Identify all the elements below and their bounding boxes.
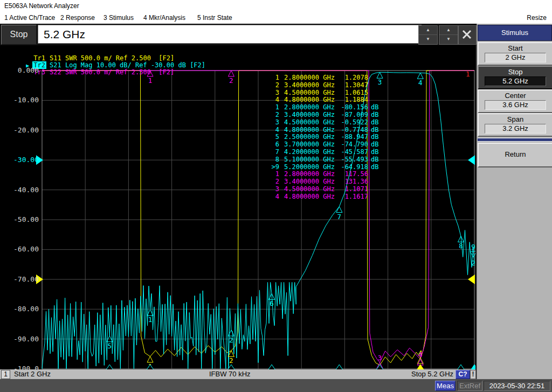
softkey-span-label: Span <box>479 115 552 123</box>
window-titlebar: E5063A Network Analyzer <box>0 0 552 12</box>
svg-text:2: 2 <box>471 259 475 267</box>
marker-unit: dB <box>371 118 382 126</box>
entry-value-input[interactable] <box>38 25 422 44</box>
spinner-down-icon[interactable]: ▼ <box>439 35 458 44</box>
marker-value: 1.1071 <box>338 185 368 193</box>
entry-stop-button[interactable]: Stop <box>1 25 37 45</box>
marker-unit <box>371 193 382 200</box>
svg-text:1: 1 <box>148 76 153 85</box>
svg-text:2: 2 <box>229 336 233 344</box>
marker-number: 7 <box>267 148 279 156</box>
softkey-span[interactable]: Span 3.2 GHz <box>478 113 552 137</box>
marker-unit: dB <box>371 126 382 134</box>
marker-value: -88.947 <box>338 133 368 141</box>
spinner-fine[interactable]: ▲ ▼ <box>418 25 438 45</box>
legend-tr1[interactable]: Tr1S11 SWR 500.0 m/ Ref 2.500 [F2] <box>3 47 174 54</box>
marker-table-row: 23.4000000 GHz1.3047 <box>267 81 382 89</box>
marker-number: 6 <box>267 141 279 148</box>
marker-table-row: 44.8000000 GHz1.1617 <box>267 193 382 200</box>
svg-text:8: 8 <box>459 242 463 250</box>
softkey-stop[interactable]: Stop 5.2 GHz <box>478 66 552 89</box>
menu-item-stimulus[interactable]: 3 Stimulus <box>101 13 136 23</box>
marker-value: -0.5922 <box>338 118 368 126</box>
softkey-start[interactable]: Start 2 GHz <box>478 42 552 66</box>
marker-unit: dB <box>371 103 382 111</box>
marker-freq: 2.8000000 GHz <box>284 74 338 81</box>
marker-value: 1.1617 <box>338 193 368 200</box>
menu-item-mkr-analysis[interactable]: 4 Mkr/Analysis <box>141 13 188 23</box>
marker-table-row: 12.8000000 GHz1.2078 <box>267 74 382 81</box>
trace-chart: 124125673489212341 <box>0 45 475 369</box>
marker-freq: 2.5000000 GHz <box>284 133 338 141</box>
y-axis-label: -20.00 <box>1 126 39 135</box>
status-stop: Stop 5.2 GHz <box>411 369 453 379</box>
sidebar-header: Stimulus <box>478 25 552 41</box>
marker-table-row: 23.4000000 GHz-87.009dB <box>267 111 382 118</box>
menu-item-active-ch-trace[interactable]: 1 Active Ch/Trace <box>2 13 57 23</box>
svg-text:3: 3 <box>378 354 382 362</box>
entry-close-button[interactable] <box>458 25 477 45</box>
warning-badge: ! <box>470 370 476 379</box>
marker-value: -55.493 <box>338 156 368 163</box>
softkey-center[interactable]: Center 3.6 GHz <box>478 89 552 113</box>
marker-freq: 2.8000000 GHz <box>284 170 338 178</box>
marker-number: 3 <box>267 89 279 96</box>
marker-freq: 4.8000000 GHz <box>284 96 338 103</box>
marker-value: -0.7748 <box>338 126 368 134</box>
marker-unit: dB <box>371 163 382 171</box>
marker-value: 1.3047 <box>338 81 368 89</box>
marker-number: 4 <box>267 193 279 200</box>
plot-area[interactable]: 124125673489212341 Tr1S11 SWR 500.0 m/ R… <box>0 45 475 369</box>
marker-number: 3 <box>267 118 279 126</box>
y-axis-label-reference: -30.00 <box>1 156 39 164</box>
marker-table-row: 23.4000000 GHz131.36 <box>267 178 382 185</box>
spinner-up-icon[interactable]: ▲ <box>439 26 458 35</box>
marker-unit <box>371 178 382 185</box>
menu-item-response[interactable]: 2 Response <box>58 13 97 23</box>
marker-value: 1.0615 <box>338 89 368 96</box>
y-axis-label: -80.00 <box>1 305 39 313</box>
y-axis-label: -10.00 <box>1 96 39 104</box>
marker-unit: dB <box>371 156 382 163</box>
marker-table-row: 12.8000000 GHz117.56 <box>267 170 382 178</box>
screen: E5063A Network Analyzer 1 Active Ch/Trac… <box>0 0 552 392</box>
datetime-display: 2023-05-30 22:51 <box>484 381 550 391</box>
marker-number: >9 <box>267 163 279 171</box>
marker-table-row: 44.8000000 GHz-0.7748dB <box>267 126 382 134</box>
marker-freq: 4.5000000 GHz <box>284 89 338 96</box>
svg-text:1: 1 <box>148 316 153 324</box>
menubar: 1 Active Ch/Trace 2 Response 3 Stimulus … <box>0 12 552 24</box>
softkey-stop-value: 5.2 GHz <box>485 76 546 86</box>
marker-table-row: 34.5000000 GHz1.1071 <box>267 185 382 193</box>
spinner-down-icon[interactable]: ▼ <box>419 35 437 44</box>
spinner-coarse[interactable]: ▲ ▼ <box>439 25 458 45</box>
y-axis-label: -60.00 <box>1 245 39 254</box>
marker-table-row: 34.5000000 GHz-0.5922dB <box>267 118 382 126</box>
sidebar-separator <box>478 138 552 142</box>
svg-text:6: 6 <box>270 299 274 307</box>
marker-freq: 3.4000000 GHz <box>284 81 338 89</box>
svg-text:5: 5 <box>108 342 112 350</box>
marker-number: 2 <box>267 111 279 118</box>
svg-text:7: 7 <box>337 213 342 221</box>
marker-table-row: 12.8000000 GHz-80.156dB <box>267 103 382 111</box>
y-axis-label: -70.00 <box>1 275 39 284</box>
marker-number: 3 <box>267 185 279 193</box>
spinner-up-icon[interactable]: ▲ <box>419 26 437 35</box>
softkey-return[interactable]: Return <box>478 143 552 167</box>
marker-unit: dB <box>371 111 382 118</box>
resize-label[interactable]: Resize <box>527 13 547 23</box>
softkey-center-label: Center <box>479 92 552 100</box>
marker-unit: dB <box>371 133 382 141</box>
y-axis-label: -50.00 <box>1 215 39 224</box>
marker-value: -80.156 <box>338 103 368 111</box>
marker-number: 1 <box>267 103 279 111</box>
marker-value: -45.587 <box>338 148 368 156</box>
legend-tr2[interactable]: ▶Tr2S21 Log Mag 10.00 dB/ Ref -30.00 dB … <box>3 54 205 61</box>
menu-item-instr-state[interactable]: 5 Instr State <box>195 13 234 23</box>
marker-table-row: 63.7000000 GHz-74.790dB <box>267 141 382 148</box>
marker-table-row: 74.2000000 GHz-45.587dB <box>267 148 382 156</box>
marker-number: 2 <box>267 178 279 185</box>
y-axis-label: 0.000 <box>1 66 39 75</box>
marker-table-row: 34.5000000 GHz1.0615 <box>267 89 382 96</box>
